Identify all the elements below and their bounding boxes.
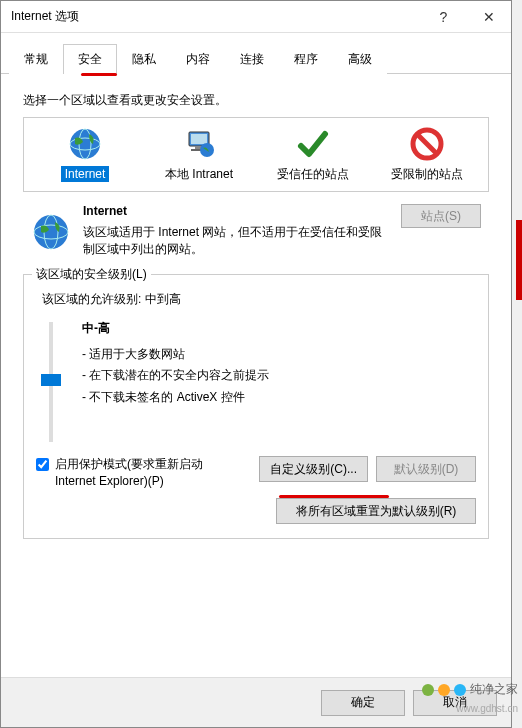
tab-content-area: 选择一个区域以查看或更改安全设置。 Internet 本地 Intranet 受… [1, 74, 511, 557]
default-level-button[interactable]: 默认级别(D) [376, 456, 476, 482]
annotation-underline-custom [279, 495, 389, 498]
tab-security[interactable]: 安全 [63, 44, 117, 74]
level-name: 中-高 [82, 318, 269, 340]
restricted-icon [409, 126, 445, 162]
help-button[interactable]: ? [421, 1, 466, 33]
zone-intranet[interactable]: 本地 Intranet [159, 126, 239, 183]
svg-point-0 [70, 129, 100, 159]
instruction-text: 选择一个区域以查看或更改安全设置。 [23, 92, 489, 109]
tab-general[interactable]: 常规 [9, 44, 63, 74]
slider-thumb[interactable] [41, 374, 61, 386]
zone-detail-desc: 该区域适用于 Internet 网站，但不适用于在受信任和受限制区域中列出的网站… [83, 224, 389, 258]
level-bullet: - 适用于大多数网站 [82, 344, 269, 366]
internet-options-dialog: Internet 选项 ? ✕ 常规 安全 隐私 内容 连接 程序 高级 选择一… [0, 0, 512, 728]
tab-content[interactable]: 内容 [171, 44, 225, 74]
zone-label: 受限制的站点 [391, 166, 463, 183]
zone-label: 本地 Intranet [165, 166, 233, 183]
level-bullet: - 在下载潜在的不安全内容之前提示 [82, 365, 269, 387]
annotation-underline-tab [81, 73, 117, 76]
dialog-title: Internet 选项 [11, 8, 421, 25]
watermark: 纯净之家 [422, 681, 518, 698]
zone-detail-title: Internet [83, 204, 389, 218]
security-level-group: 该区域的安全级别(L) 该区域的允许级别: 中到高 中-高 - 适用于大多数网站… [23, 274, 489, 539]
zone-list: Internet 本地 Intranet 受信任的站点 受限制的站点 [23, 117, 489, 192]
zone-internet[interactable]: Internet [45, 126, 125, 183]
sites-button[interactable]: 站点(S) [401, 204, 481, 228]
titlebar: Internet 选项 ? ✕ [1, 1, 511, 33]
svg-line-9 [418, 135, 436, 153]
level-bullet: - 不下载未签名的 ActiveX 控件 [82, 387, 269, 409]
ok-button[interactable]: 确定 [321, 690, 405, 716]
group-legend: 该区域的安全级别(L) [32, 266, 151, 283]
zone-label: Internet [61, 166, 110, 182]
tab-advanced[interactable]: 高级 [333, 44, 387, 74]
tab-connections[interactable]: 连接 [225, 44, 279, 74]
tab-privacy[interactable]: 隐私 [117, 44, 171, 74]
intranet-icon [181, 126, 217, 162]
protected-mode-label[interactable]: 启用保护模式(要求重新启动 Internet Explorer)(P) [55, 456, 235, 490]
zone-restricted[interactable]: 受限制的站点 [387, 126, 467, 183]
tab-programs[interactable]: 程序 [279, 44, 333, 74]
protected-mode-checkbox[interactable] [36, 458, 49, 471]
checkmark-icon [295, 126, 331, 162]
watermark-url: www.gdhst.cn [456, 703, 518, 714]
globe-icon [67, 126, 103, 162]
zone-detail: Internet 该区域适用于 Internet 网站，但不适用于在受信任和受限… [23, 204, 489, 258]
close-button[interactable]: ✕ [466, 1, 511, 33]
tab-strip: 常规 安全 隐私 内容 连接 程序 高级 [1, 39, 511, 74]
svg-point-10 [34, 215, 68, 249]
zone-label: 受信任的站点 [277, 166, 349, 183]
svg-rect-4 [191, 134, 207, 144]
security-slider[interactable] [49, 322, 53, 442]
zone-trusted[interactable]: 受信任的站点 [273, 126, 353, 183]
watermark-text: 纯净之家 [470, 681, 518, 698]
globe-icon [31, 212, 71, 252]
allowed-levels-note: 该区域的允许级别: 中到高 [42, 291, 476, 308]
reset-all-button[interactable]: 将所有区域重置为默认级别(R) [276, 498, 476, 524]
custom-level-button[interactable]: 自定义级别(C)... [259, 456, 368, 482]
